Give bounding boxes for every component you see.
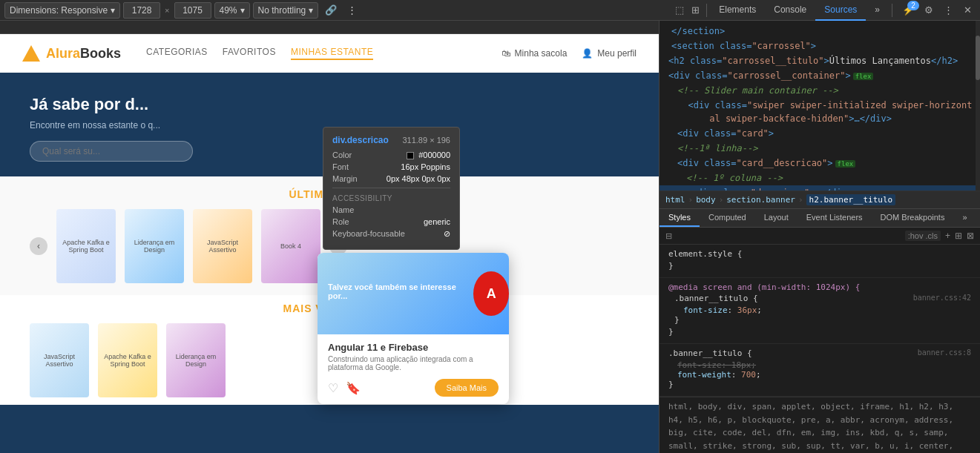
device-icon-btn[interactable]: ⊞ <box>688 2 703 19</box>
card-popup-subtitle-top: Talvez você também se interesse por... <box>328 282 463 300</box>
styles-tabs: Styles Computed Layout Event Listeners D… <box>660 209 980 228</box>
prev-arrow-btn[interactable]: ‹ <box>30 237 47 255</box>
card-popup-title: Angular 11 e Firebase <box>328 342 499 353</box>
book-card-2: Liderança em Design <box>125 209 184 283</box>
tooltip-role-value: generic <box>424 217 450 226</box>
tree-line[interactable]: <h2 class="carrossel__titulo">Últimos La… <box>660 53 980 68</box>
filter-icon: ⊟ <box>665 231 672 241</box>
banner-titulo-selector: .banner__titulo { <box>668 348 752 358</box>
banner-search-input[interactable] <box>30 141 193 162</box>
styles-panel: Styles Computed Layout Event Listeners D… <box>660 209 980 453</box>
breadcrumb-bar: html › body › section.banner › h2.banner… <box>660 191 980 209</box>
tree-line[interactable]: <div class="card"> <box>660 126 980 141</box>
banner-titulo-close: } <box>668 380 971 389</box>
kebab-menu-btn[interactable]: ⋮ <box>940 2 957 19</box>
nav-perfil-btn[interactable]: 👤 Meu perfil <box>582 48 637 59</box>
card-popup-info: Angular 11 e Firebase Construindo uma ap… <box>318 334 509 404</box>
styles-tab-layout[interactable]: Layout <box>755 209 798 227</box>
book-card-img-2: Liderança em Design <box>125 209 184 283</box>
nav-minhas-estante[interactable]: MINHAS ESTANTE <box>291 47 373 60</box>
styles-tab-dom-breakpoints[interactable]: DOM Breakpoints <box>872 209 954 227</box>
breadcrumb-html[interactable]: html <box>665 195 685 205</box>
tree-line[interactable]: <div class="card__descricao">flex <box>660 156 980 171</box>
zoom-dropdown[interactable]: 49% ▾ <box>214 2 250 19</box>
html-tree: </section> <section class="carrossel"> <… <box>660 21 980 191</box>
dimensions-dropdown[interactable]: Dimensions: Responsive ▾ <box>4 2 120 19</box>
settings-btn[interactable]: ⚙ <box>921 2 937 19</box>
tree-line[interactable]: <!-- Slider main container --> <box>660 83 980 98</box>
tooltip-dimensions: 311.89 × 196 <box>402 136 450 145</box>
tooltip-role-label: Role <box>332 217 349 226</box>
book-card-img-1: Apache Kafka e Spring Boot <box>56 209 116 283</box>
logo-triangle-icon <box>22 45 40 62</box>
nav-sacola-btn[interactable]: 🛍 Minha sacola <box>501 48 568 59</box>
tree-line[interactable]: <!--1ª linha--> <box>660 141 980 156</box>
tooltip-margin-value: 0px 48px 0px 0px <box>387 174 450 183</box>
chevron-down-icon: ▾ <box>111 5 115 16</box>
banner-titulo-origin[interactable]: banner.css:8 <box>918 348 971 360</box>
nav-categorias[interactable]: CATEGORIAS <box>146 47 208 60</box>
dimensions-label: Dimensions: Responsive <box>10 5 108 16</box>
tree-line[interactable]: <div class="carrossel__container">flex <box>660 68 980 83</box>
styles-tab-styles[interactable]: Styles <box>660 209 700 227</box>
breadcrumb-body[interactable]: body <box>696 195 716 205</box>
tab-elements[interactable]: Elements <box>710 0 765 21</box>
rule-selector: element.style { <box>668 249 971 259</box>
tree-line[interactable]: </section> <box>660 24 980 39</box>
heart-icon-btn[interactable]: ♡ <box>328 381 338 395</box>
tree-line-selected[interactable]: <div class="descricao">…</div> <box>660 185 980 191</box>
tab-console[interactable]: Console <box>765 0 815 21</box>
tooltip-font-value: 16px Poppins <box>401 162 450 171</box>
bookmark-icon-btn[interactable]: 🔖 <box>346 381 361 395</box>
tab-sources[interactable]: Sources <box>815 0 866 21</box>
styles-tab-event-listeners[interactable]: Event Listeners <box>798 209 872 227</box>
devtools-tabs: ⬚ ⊞ Elements Console Sources » ⚡ 2 ⚙ ⋮ ✕ <box>671 0 976 21</box>
media-outer-close: } <box>668 327 971 337</box>
zoom-label: 49% <box>220 5 237 16</box>
styles-filter-bar: ⊟ :hov .cls + ⊞ ⊠ <box>660 228 980 245</box>
tree-line[interactable]: <!-- 1º coluna --> <box>660 171 980 185</box>
icon-separator <box>892 4 892 17</box>
height-input[interactable] <box>174 2 211 19</box>
filter-hov[interactable]: :hov .cls <box>905 231 941 241</box>
toggle-element-state-btn[interactable]: ⊠ <box>967 231 974 241</box>
tooltip-font-label: Font <box>332 162 349 171</box>
logo-alura-text: Alura <box>46 46 80 61</box>
site-nav: AluraBooks CATEGORIAS FAVORITOS MINHAS E… <box>0 34 659 73</box>
tooltip-color-row: Color #000000 <box>332 151 450 159</box>
inspect-style-btn[interactable]: ⊞ <box>955 231 962 241</box>
inspect-icon-btn[interactable]: ⬚ <box>671 2 688 19</box>
media-origin[interactable]: banner.css:42 <box>913 294 971 305</box>
filter-icons: + ⊞ ⊠ <box>945 231 974 241</box>
tree-line[interactable]: <section class="carrossel"> <box>660 39 980 53</box>
chain-btn[interactable]: 🔗 <box>321 2 341 19</box>
rule-close: } <box>668 261 971 271</box>
styles-tab-computed[interactable]: Computed <box>700 209 755 227</box>
breadcrumb-sep-3: › <box>798 195 803 205</box>
breadcrumb-section[interactable]: section.banner <box>726 195 795 205</box>
book-card-popup: Talvez você também se interesse por... A… <box>318 253 509 404</box>
saiba-mais-btn[interactable]: Saiba Mais <box>435 379 499 397</box>
width-input[interactable] <box>123 2 160 19</box>
tree-scrollbar[interactable] <box>976 21 980 191</box>
close-btn[interactable]: ✕ <box>960 2 976 19</box>
tree-line[interactable]: <div class="swiper swiper-initialized sw… <box>660 98 980 126</box>
throttling-label: No throttling <box>258 5 306 16</box>
styles-tab-more[interactable]: » <box>953 209 976 227</box>
rule-font-weight-val: 700 <box>741 370 756 380</box>
media-rule-text: @media screen and (min-width: 1024px) { <box>668 282 971 292</box>
more-options-btn[interactable]: ⋮ <box>343 2 361 19</box>
breadcrumb-h2[interactable]: h2.banner__titulo <box>806 194 896 205</box>
tab-more[interactable]: » <box>866 0 889 21</box>
style-rule-element: element.style { } <box>660 245 980 278</box>
badge-btn[interactable]: ⚡ 2 <box>898 2 918 19</box>
nav-favoritos[interactable]: FAVORITOS <box>223 47 276 60</box>
styles-filter-input[interactable] <box>677 231 901 240</box>
tab-separator <box>706 4 707 17</box>
site-logo: AluraBooks <box>22 45 121 62</box>
badge-count: 2 <box>907 1 919 10</box>
throttling-dropdown[interactable]: No throttling ▾ <box>253 2 319 19</box>
new-style-rule-btn[interactable]: + <box>945 231 950 241</box>
tooltip-accessibility-title: ACCESSIBILITY <box>332 194 450 202</box>
person-icon: 👤 <box>582 48 593 59</box>
